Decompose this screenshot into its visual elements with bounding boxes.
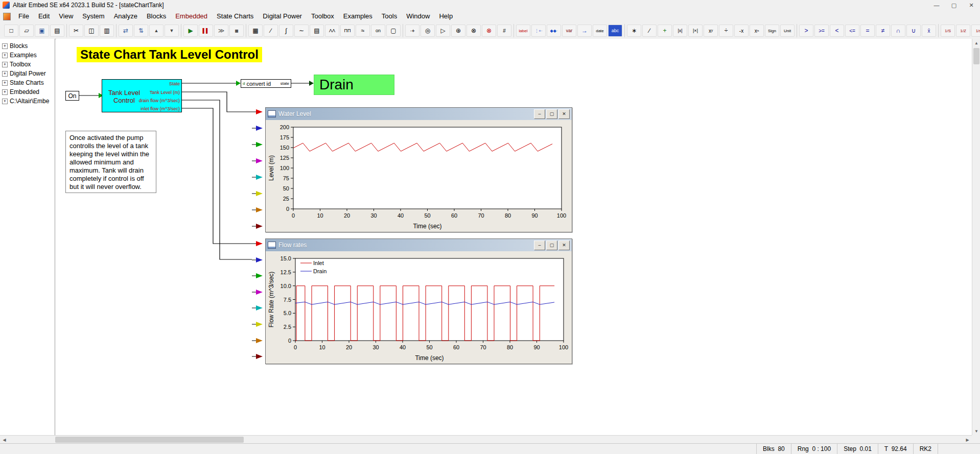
cut-icon[interactable]: ✂ <box>69 25 83 37</box>
pause-icon[interactable]: ▌▌ <box>199 25 213 37</box>
vertical-scroll-thumb[interactable] <box>973 48 979 64</box>
greater-than-icon[interactable]: > <box>799 25 813 37</box>
grid-icon[interactable]: # <box>497 25 511 37</box>
equal-icon[interactable]: = <box>860 25 875 37</box>
sidebar-item-embedded[interactable]: +Embedded <box>0 87 55 97</box>
integrator-1s-icon[interactable]: 1/S <box>941 25 955 37</box>
maximize-button[interactable]: ▢ <box>945 0 963 10</box>
drain-display-block[interactable]: Drain <box>314 75 394 95</box>
on-constant-block[interactable]: On <box>65 91 79 101</box>
plot-input-pin[interactable] <box>256 305 263 310</box>
vector-pin-icon[interactable]: ◆◆· <box>547 25 561 37</box>
plot-window-titlebar[interactable]: Flow rates – ▢ ✕ <box>266 239 572 251</box>
expand-icon[interactable]: + <box>2 53 8 58</box>
pulse-train-block-icon[interactable]: ΠΠ <box>340 25 355 37</box>
menu-examples[interactable]: Examples <box>339 10 377 22</box>
move-up-icon[interactable]: ▲ <box>149 25 164 37</box>
menu-state-charts[interactable]: State Charts <box>212 10 258 22</box>
menu-system[interactable]: System <box>78 10 109 22</box>
plot-input-pin[interactable] <box>256 207 263 212</box>
new-file-icon[interactable]: □ <box>4 25 18 37</box>
variable-tool-icon[interactable]: var <box>562 25 576 37</box>
menu-embedded[interactable]: Embedded <box>171 10 212 22</box>
transfer-function-block-icon[interactable]: ▦ <box>248 25 263 37</box>
stop-icon[interactable]: ◼ <box>229 25 244 37</box>
display-block-icon[interactable]: ▢ <box>386 25 401 37</box>
plot-input-pin[interactable] <box>256 158 263 163</box>
plot-input-pin[interactable] <box>256 109 263 114</box>
expand-icon[interactable]: + <box>2 43 8 49</box>
sinusoid-block-icon[interactable]: ∼ <box>294 25 309 37</box>
wire-positioner-icon[interactable]: ·+ <box>405 25 419 37</box>
crossing-op-icon[interactable]: |×| <box>688 25 703 37</box>
gain-block-icon[interactable]: ▷ <box>436 25 450 37</box>
square-wave-block-icon[interactable]: ≈ <box>356 25 370 37</box>
div2-op-icon[interactable]: ÷ <box>719 25 733 37</box>
reset-integrator-icon[interactable]: 1/s <box>971 25 980 37</box>
open-file-icon[interactable]: ▱ <box>19 25 34 37</box>
exponent-op-icon[interactable]: xⁿ <box>750 25 764 37</box>
horizontal-scrollbar[interactable]: ◀ ▶ <box>0 435 972 444</box>
divide-op-icon[interactable]: ∕ <box>642 25 657 37</box>
menu-analyze[interactable]: Analyze <box>109 10 142 22</box>
plot-close-button[interactable]: ✕ <box>558 241 570 250</box>
comment-note[interactable]: Once activated the pump controlls the le… <box>65 131 156 193</box>
menu-toolbox[interactable]: Toolbox <box>307 10 339 22</box>
menu-edit[interactable]: Edit <box>34 10 54 22</box>
unit-delay-1z-icon[interactable]: 1/Z <box>956 25 970 37</box>
plot-input-pin[interactable] <box>256 126 263 131</box>
sidebar-item-digital-power[interactable]: +Digital Power <box>0 69 55 78</box>
print-icon[interactable]: ▤ <box>50 25 64 37</box>
continue-icon[interactable]: ≫ <box>214 25 228 37</box>
sidebar-item-state-charts[interactable]: +State Charts <box>0 78 55 87</box>
plot-input-pin[interactable] <box>256 322 263 327</box>
plot-input-pin[interactable] <box>256 290 263 295</box>
tank-level-control-block[interactable]: Tank Level Control State Tank Level (m) … <box>102 79 182 112</box>
plot-input-pin[interactable] <box>256 191 263 196</box>
expand-icon[interactable]: + <box>2 80 8 86</box>
summing-junction-icon[interactable]: ⊕ <box>451 25 465 37</box>
string-constant-icon[interactable]: abc <box>608 25 622 37</box>
plot-input-pin[interactable] <box>256 175 263 180</box>
menu-blocks[interactable]: Blocks <box>142 10 171 22</box>
scroll-down-icon[interactable]: ▼ <box>972 427 980 435</box>
sidebar-item-examples[interactable]: +Examples <box>0 51 55 60</box>
greater-equal-icon[interactable]: >= <box>814 25 829 37</box>
move-down-icon[interactable]: ▼ <box>165 25 179 37</box>
integrator-block-icon[interactable]: ∫ <box>279 25 293 37</box>
plot-input-pin[interactable] <box>256 354 263 359</box>
sidebar-item-toolbox[interactable]: +Toolbox <box>0 60 55 69</box>
scroll-up-icon[interactable]: ▲ <box>972 39 980 47</box>
horizontal-scroll-thumb[interactable] <box>55 437 244 443</box>
triangle-wave-block-icon[interactable]: ΛΛ <box>325 25 339 37</box>
plot-input-pin[interactable] <box>256 273 263 278</box>
plot-input-pin[interactable] <box>256 338 263 343</box>
menu-view[interactable]: View <box>54 10 78 22</box>
and-op-icon[interactable]: ∩ <box>891 25 905 37</box>
less-equal-icon[interactable]: <= <box>845 25 859 37</box>
diagram-canvas[interactable]: State Chart Tank Level Control On Tank L… <box>56 39 972 435</box>
not-op-icon[interactable]: x̄ <box>922 25 936 37</box>
menu-window[interactable]: Window <box>402 10 434 22</box>
plot-maximize-button[interactable]: ▢ <box>546 241 557 250</box>
on-off-switch-icon[interactable]: on <box>371 25 385 37</box>
flip-vertical-icon[interactable]: ⇅ <box>134 25 148 37</box>
wire-arrow-icon[interactable]: → <box>577 25 592 37</box>
plot-input-pin[interactable] <box>256 257 263 262</box>
run-icon[interactable]: ▶ <box>183 25 198 37</box>
plot-maximize-button[interactable]: ▢ <box>546 109 557 119</box>
not-equal-icon[interactable]: ≠ <box>876 25 890 37</box>
multiply-op-icon[interactable]: ∗ <box>627 25 641 37</box>
sign-op-icon[interactable]: Sign <box>765 25 779 37</box>
menu-help[interactable]: Help <box>434 10 457 22</box>
plot-minimize-button[interactable]: – <box>534 241 545 250</box>
or-op-icon[interactable]: ∪ <box>906 25 921 37</box>
flip-horizontal-icon[interactable]: ⇄ <box>119 25 133 37</box>
vertical-scrollbar[interactable]: ▲ ▼ <box>972 39 980 435</box>
plot-close-button[interactable]: ✕ <box>558 109 570 119</box>
plot-input-pin[interactable] <box>256 142 263 147</box>
scroll-left-icon[interactable]: ◀ <box>0 436 9 444</box>
minimize-button[interactable]: — <box>928 0 945 10</box>
multiply-block-icon[interactable]: ⊗ <box>466 25 481 37</box>
expand-icon[interactable]: + <box>2 71 8 77</box>
